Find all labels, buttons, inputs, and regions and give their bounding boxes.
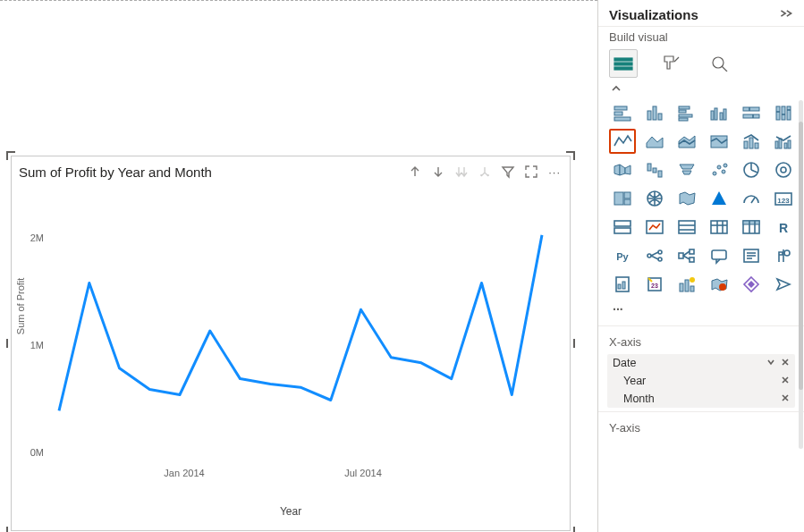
svg-rect-36 [647, 164, 651, 171]
viz-pie[interactable] [738, 157, 765, 182]
svg-rect-4 [614, 106, 627, 110]
viz-smart-narrative[interactable] [738, 243, 765, 268]
panel-tabs [598, 49, 804, 80]
viz-clustered-bar[interactable] [673, 100, 700, 125]
svg-rect-1 [614, 63, 632, 65]
drill-down-icon[interactable] [430, 164, 446, 180]
svg-rect-13 [679, 118, 688, 121]
svg-point-41 [722, 170, 725, 173]
viz-key-influencers[interactable] [641, 243, 668, 268]
svg-rect-35 [788, 140, 791, 148]
svg-rect-58 [711, 221, 727, 233]
svg-rect-18 [743, 107, 759, 111]
panel-scrollbar[interactable] [799, 100, 803, 449]
x-axis-section-label: X-axis [598, 325, 804, 354]
chevron-up-icon[interactable] [611, 81, 622, 95]
svg-point-88 [690, 277, 695, 283]
viz-100-stacked-column[interactable] [770, 100, 797, 125]
viz-kpi[interactable] [641, 215, 668, 240]
visual-header: Sum of Profit by Year and Month ··· [12, 156, 570, 183]
viz-get-more[interactable] [770, 272, 797, 297]
viz-paginated-report[interactable] [609, 272, 636, 297]
viz-line-stacked-column[interactable] [738, 129, 765, 154]
field-date[interactable]: Date [607, 354, 795, 372]
viz-map[interactable] [641, 186, 668, 211]
svg-rect-87 [690, 286, 694, 291]
viz-donut[interactable] [770, 157, 797, 182]
viz-power-apps[interactable]: 23 [641, 272, 668, 297]
viz-treemap[interactable] [609, 186, 636, 211]
viz-line-chart[interactable] [609, 129, 636, 154]
line-chart-visual[interactable]: Sum of Profit by Year and Month ··· Sum … [11, 156, 571, 531]
more-options-icon[interactable]: ··· [546, 165, 563, 179]
viz-area-chart[interactable] [641, 129, 668, 154]
plot-area: Sum of Profit 0M 1M 2M Jan 2014 Jul 2014 [19, 192, 563, 503]
viz-line-clustered-column[interactable] [770, 129, 797, 154]
svg-rect-0 [614, 58, 632, 61]
viz-stacked-column[interactable] [641, 100, 668, 125]
focus-mode-icon[interactable] [523, 164, 539, 180]
viz-python[interactable]: Py [609, 243, 636, 268]
svg-point-69 [658, 250, 662, 254]
svg-rect-22 [776, 106, 780, 120]
viz-power-automate[interactable] [673, 272, 700, 297]
viz-table[interactable] [706, 215, 732, 240]
viz-funnel[interactable] [673, 157, 700, 182]
viz-clustered-column[interactable] [706, 100, 732, 125]
svg-point-79 [784, 250, 790, 256]
viz-stacked-area[interactable] [673, 129, 700, 154]
viz-stacked-bar[interactable] [609, 100, 636, 125]
viz-scatter[interactable] [706, 157, 732, 182]
tab-format[interactable] [657, 49, 686, 78]
panel-title: Visualizations [609, 7, 779, 22]
viz-azure-map[interactable] [706, 186, 732, 211]
svg-rect-7 [647, 111, 651, 120]
svg-rect-8 [653, 106, 656, 120]
visualization-type-grid: 123 R Py 23 [598, 97, 804, 302]
svg-rect-53 [614, 228, 631, 233]
viz-100-stacked-area[interactable] [706, 129, 732, 154]
expand-next-level-icon[interactable] [453, 164, 470, 180]
field-year[interactable]: Year [607, 372, 795, 390]
viz-multi-row-card[interactable] [609, 215, 636, 240]
tab-build[interactable] [609, 49, 638, 78]
viz-qa[interactable] [706, 243, 732, 268]
remove-field-icon[interactable] [781, 393, 790, 405]
x-tick-jan: Jan 2014 [164, 468, 204, 478]
viz-ribbon-chart[interactable] [609, 157, 636, 182]
more-visuals-icon[interactable]: ··· [598, 302, 804, 325]
viz-slicer[interactable] [673, 215, 700, 240]
viz-100-stacked-bar[interactable] [738, 100, 765, 125]
tab-analytics[interactable] [706, 49, 734, 78]
viz-matrix[interactable] [738, 215, 765, 240]
svg-rect-34 [784, 143, 787, 148]
viz-goals[interactable] [770, 243, 797, 268]
svg-rect-52 [614, 221, 631, 226]
viz-filled-map[interactable] [673, 186, 700, 211]
filter-icon[interactable] [500, 164, 516, 180]
viz-custom-visual[interactable] [738, 272, 765, 297]
canvas-area[interactable]: Sum of Profit by Year and Month ··· Sum … [0, 0, 597, 532]
svg-text:R: R [779, 221, 788, 235]
drill-up-icon[interactable] [407, 164, 423, 180]
svg-rect-5 [614, 112, 622, 115]
svg-point-39 [713, 172, 716, 175]
viz-arcgis[interactable] [706, 272, 732, 297]
collapse-panel-icon[interactable] [779, 8, 793, 21]
expand-all-icon[interactable] [477, 164, 493, 180]
svg-rect-10 [679, 106, 690, 109]
viz-card[interactable]: 123 [770, 186, 797, 211]
svg-rect-2 [614, 67, 632, 70]
viz-decomposition-tree[interactable] [673, 243, 700, 268]
remove-field-icon[interactable] [781, 375, 790, 387]
remove-field-icon[interactable] [781, 357, 790, 369]
viz-r-script[interactable]: R [770, 215, 797, 240]
x-axis-field-well[interactable]: Date Year Month [607, 354, 795, 408]
chevron-down-icon[interactable] [766, 357, 775, 369]
field-month[interactable]: Month [607, 390, 795, 408]
y-tick-2: 2M [30, 232, 44, 243]
svg-rect-31 [755, 143, 758, 148]
viz-gauge[interactable] [738, 186, 765, 211]
svg-rect-15 [715, 108, 717, 120]
viz-waterfall[interactable] [641, 157, 668, 182]
